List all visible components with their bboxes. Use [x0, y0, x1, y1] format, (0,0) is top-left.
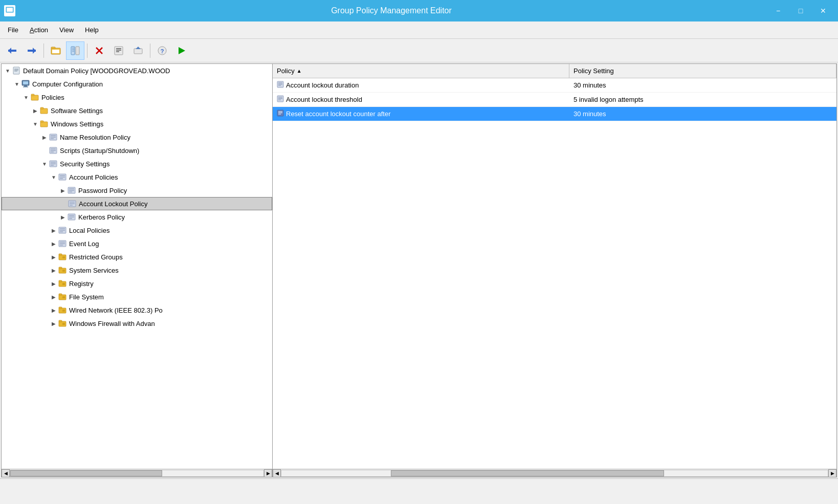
tree-pane: ▼ Default Domain Policy [WOODGROVEAD.WOO…	[2, 64, 273, 477]
tree-expander-kerberos-policy[interactable]: ▶	[59, 213, 67, 221]
tree-expander-name-resolution[interactable]: ▶	[40, 133, 49, 141]
tree-scroll-track[interactable]	[10, 470, 264, 477]
close-button[interactable]: ✕	[812, 3, 834, 18]
menu-view[interactable]: View	[54, 24, 79, 36]
status-bar	[0, 478, 838, 491]
tree-node-security-settings[interactable]: ▼ Security Settings	[2, 157, 272, 170]
tree-expander-event-log[interactable]: ▶	[50, 239, 58, 248]
help2-button[interactable]	[172, 41, 191, 60]
tree-expander-registry[interactable]: ▶	[50, 279, 58, 288]
export-button[interactable]	[129, 41, 147, 60]
column-setting[interactable]: Policy Setting	[569, 64, 836, 78]
tree-node-registry[interactable]: ▶ Registry	[2, 277, 272, 290]
tree-node-account-policies[interactable]: ▼ Account Policies	[2, 170, 272, 184]
tree-expander-account-policies[interactable]: ▼	[50, 173, 58, 181]
svg-rect-87	[59, 294, 62, 295]
tree-expander-local-policies[interactable]: ▶	[50, 226, 58, 234]
list-cell-policy-row1: Account lockout duration	[273, 81, 569, 90]
tree-node-name-resolution[interactable]: ▶ Name Resolution Policy	[2, 130, 272, 144]
tree-expander-windows-settings[interactable]: ▼	[31, 120, 39, 128]
tree-expander-system-services[interactable]: ▶	[50, 266, 58, 274]
app-icon	[4, 5, 15, 16]
column-policy[interactable]: Policy ▲	[273, 64, 569, 78]
tree-expander-file-system[interactable]: ▶	[50, 293, 58, 301]
tree-node-windows-firewall[interactable]: ▶ Windows Firewall with Advan	[2, 317, 272, 330]
tree-expander-software-settings[interactable]: ▶	[31, 106, 39, 115]
tree-node-restricted-groups[interactable]: ▶ Restricted Groups	[2, 250, 272, 264]
right-scroll-track[interactable]	[281, 470, 828, 477]
tree-node-windows-settings[interactable]: ▼ Windows Settings	[2, 117, 272, 130]
right-scroll-left[interactable]: ◀	[273, 469, 281, 477]
column-policy-label: Policy	[277, 67, 295, 75]
tree-node-event-log[interactable]: ▶ Event Log	[2, 237, 272, 250]
menu-help[interactable]: Help	[79, 24, 104, 36]
tree-expander-windows-firewall[interactable]: ▶	[50, 319, 58, 327]
right-scroll-right[interactable]: ▶	[828, 469, 836, 477]
list-row-row2[interactable]: Account lockout threshold 5 invalid logo…	[273, 93, 836, 107]
properties-button[interactable]	[109, 41, 128, 60]
list-row-row3[interactable]: Reset account lockout counter after 30 m…	[273, 107, 836, 121]
svg-rect-88	[62, 296, 65, 298]
svg-marker-23	[136, 47, 141, 49]
tree-node-system-services[interactable]: ▶ System Services	[2, 264, 272, 277]
tree-node-local-policies[interactable]: ▶ Local Policies	[2, 224, 272, 237]
show-hide-button[interactable]	[66, 41, 84, 60]
list-row-row1[interactable]: Account lockout duration 30 minutes	[273, 78, 836, 93]
svg-rect-11	[71, 47, 75, 55]
tree-node-scripts[interactable]: ▶ Scripts (Startup/Shutdown)	[2, 144, 272, 157]
tree-label-policies: Policies	[41, 94, 64, 101]
tree-node-account-lockout-policy[interactable]: ▶ Account Lockout Policy	[2, 197, 272, 210]
tree-label-event-log: Event Log	[69, 240, 99, 248]
menu-bar: File Action View Help	[0, 21, 838, 39]
forward-button[interactable]	[23, 41, 41, 60]
tree-scroll-thumb[interactable]	[10, 470, 162, 476]
help-button[interactable]: ?	[153, 41, 171, 60]
tree-scrollbar-h[interactable]: ◀ ▶	[2, 469, 272, 477]
right-scrollbar-h[interactable]: ◀ ▶	[273, 469, 836, 477]
tree-expander-wired-network[interactable]: ▶	[50, 306, 58, 314]
svg-rect-37	[40, 108, 48, 114]
tree-node-password-policy[interactable]: ▶ Password Policy	[2, 184, 272, 197]
list-row-icon-row2	[277, 95, 284, 104]
menu-file[interactable]: File	[2, 24, 24, 36]
tree-node-kerberos-policy[interactable]: ▶ Kerberos Policy	[2, 210, 272, 224]
toolbar-separator-2	[87, 43, 87, 58]
right-scroll-thumb[interactable]	[391, 470, 664, 476]
svg-rect-3	[7, 14, 12, 15]
tree-expander-restricted-groups[interactable]: ▶	[50, 253, 58, 261]
delete-button[interactable]	[90, 41, 108, 60]
tree-expander-computer-config[interactable]: ▼	[13, 80, 21, 88]
tree-label-windows-settings: Windows Settings	[51, 120, 103, 128]
tree-label-name-resolution: Name Resolution Policy	[60, 134, 130, 141]
toolbar-separator-1	[43, 43, 44, 58]
tree-expander-security-settings[interactable]: ▼	[40, 160, 49, 168]
tree-node-wired-network[interactable]: ▶ Wired Network (IEEE 802.3) Po	[2, 303, 272, 317]
tree-node-software-settings[interactable]: ▶ Software Settings	[2, 104, 272, 117]
tree-icon-windows-settings	[39, 119, 49, 128]
svg-rect-9	[51, 47, 55, 49]
svg-rect-79	[62, 256, 65, 258]
back-button[interactable]	[3, 41, 21, 60]
list-cell-setting-row2: 5 invalid logon attempts	[569, 96, 836, 103]
tree-node-root[interactable]: ▼ Default Domain Policy [WOODGROVEAD.WOO…	[2, 64, 272, 77]
maximize-button[interactable]: □	[790, 3, 811, 18]
tree-expander-password-policy[interactable]: ▶	[59, 186, 67, 194]
menu-action[interactable]: Action	[24, 24, 54, 36]
list-cell-policy-row2: Account lockout threshold	[273, 95, 569, 104]
tree-node-file-system[interactable]: ▶ File System	[2, 290, 272, 303]
tree-expander-policies[interactable]: ▼	[22, 93, 30, 101]
minimize-button[interactable]: −	[767, 3, 789, 18]
svg-rect-18	[115, 47, 123, 55]
browse-button[interactable]	[47, 41, 65, 60]
tree-scroll[interactable]: ▼ Default Domain Policy [WOODGROVEAD.WOO…	[2, 64, 272, 469]
tree-node-policies[interactable]: ▼ Policies	[2, 91, 272, 104]
tree-icon-security-settings	[49, 159, 58, 168]
svg-rect-90	[59, 307, 62, 309]
tree-expander-root[interactable]: ▼	[4, 67, 12, 75]
tree-node-computer-config[interactable]: ▼ Computer Configuration	[2, 77, 272, 91]
svg-marker-26	[179, 47, 185, 54]
column-setting-label: Policy Setting	[574, 67, 614, 75]
svg-rect-91	[62, 310, 65, 312]
tree-scroll-left[interactable]: ◀	[2, 469, 10, 477]
tree-scroll-right[interactable]: ▶	[264, 469, 272, 477]
